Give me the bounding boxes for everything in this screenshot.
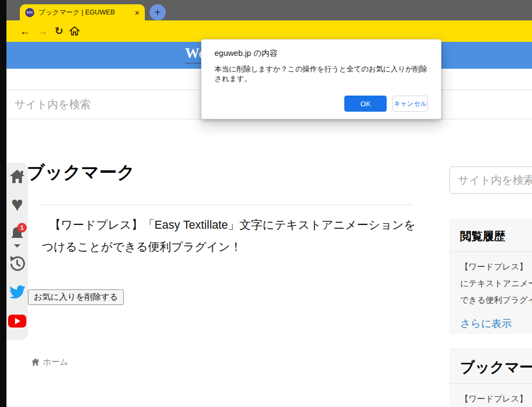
history-item-line[interactable]: できる便利プラグイン <box>460 292 532 308</box>
bookmark-item-line[interactable]: 【ワードプレス】「Ea <box>460 390 532 407</box>
sidebar-search-box[interactable] <box>449 166 532 194</box>
dialog-ok-button[interactable]: OK <box>344 96 387 112</box>
tab-close-icon[interactable]: × <box>135 9 139 17</box>
dialog-message: 本当に削除しますか？この操作を行うと全てのお気に入りが削除されます。 <box>215 64 431 84</box>
new-tab-button[interactable]: + <box>150 4 166 20</box>
site-favicon-icon: EGU <box>25 8 34 17</box>
twitter-icon[interactable] <box>6 285 28 300</box>
home-button-icon[interactable] <box>69 26 80 39</box>
heart-icon[interactable]: ♥ <box>6 194 28 214</box>
browser-tab[interactable]: EGU ブックマーク | EGUWEB × <box>20 4 145 20</box>
dialog-cancel-button[interactable]: キャンセル <box>393 96 428 112</box>
panel-divider <box>449 251 532 252</box>
screenshot-root: EGU ブックマーク | EGUWEB × + ← → ↻ eguweb.jp/… <box>0 0 532 407</box>
show-more-link[interactable]: さらに表示 <box>460 317 532 331</box>
floating-action-bar: ♥ 1 <box>6 163 28 340</box>
browser-toolbar: ← → ↻ <box>6 20 532 42</box>
screen-edge <box>0 0 6 407</box>
reload-button[interactable]: ↻ <box>52 20 66 42</box>
bookmark-item-link[interactable]: 【ワードプレス】「Ea にテキストアニメーシ <box>460 390 532 407</box>
history-panel: 閲覧履歴 【ワードプレス】「Ea にテキストアニメーシ できる便利プラグイン さ… <box>449 219 532 334</box>
footer-home-icon <box>31 358 40 366</box>
home-icon[interactable] <box>6 169 28 184</box>
history-item-line[interactable]: にテキストアニメーシ <box>460 275 532 292</box>
browser-tab-strip: EGU ブックマーク | EGUWEB × + <box>6 0 532 20</box>
sidebar-search-input[interactable] <box>450 167 532 193</box>
article-title-link[interactable]: 【ワードプレス】「Easy Textillate」文字にテキストアニメーションを… <box>42 214 418 258</box>
history-icon[interactable] <box>6 255 28 272</box>
youtube-icon[interactable] <box>6 315 28 328</box>
history-item-line[interactable]: 【ワードプレス】「Ea <box>460 258 532 275</box>
panel-divider <box>449 383 532 384</box>
bookmark-panel: ブックマーク 【ワードプレス】「Ea にテキストアニメーシ <box>449 348 532 407</box>
back-button[interactable]: ← <box>18 20 32 42</box>
confirm-dialog: eguweb.jp の内容 本当に削除しますか？この操作を行うと全てのお気に入り… <box>201 39 441 119</box>
dialog-title: eguweb.jp の内容 <box>215 48 278 59</box>
article-divider <box>40 205 413 205</box>
forward-button[interactable]: → <box>35 20 49 42</box>
bookmark-panel-title: ブックマーク <box>460 358 532 383</box>
delete-favorites-button[interactable]: お気に入りを削除する <box>28 289 124 305</box>
page-title: ブックマーク <box>27 161 135 185</box>
history-item-link[interactable]: 【ワードプレス】「Ea にテキストアニメーシ できる便利プラグイン <box>460 258 532 308</box>
breadcrumb-home[interactable]: ホーム <box>31 357 68 368</box>
footer-home-label[interactable]: ホーム <box>43 357 68 368</box>
tab-title: ブックマーク | EGUWEB <box>39 8 131 17</box>
history-panel-title: 閲覧履歴 <box>460 229 532 251</box>
notification-badge: 1 <box>17 223 27 232</box>
bell-caret-icon <box>14 244 20 248</box>
